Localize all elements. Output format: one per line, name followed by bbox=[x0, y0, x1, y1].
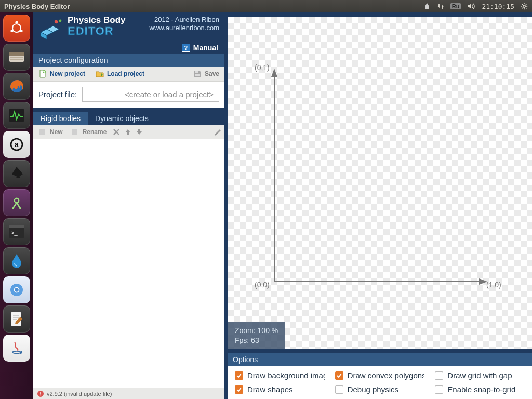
checkbox-icon bbox=[335, 371, 343, 380]
checkbox-icon bbox=[435, 385, 443, 394]
svg-rect-15 bbox=[10, 57, 23, 58]
keyboard-layout-indicator[interactable]: Ru bbox=[450, 3, 461, 9]
rename-icon bbox=[71, 128, 79, 136]
settings-button[interactable] bbox=[213, 127, 222, 137]
svg-rect-14 bbox=[9, 52, 24, 56]
system-tray: Ru 21:10:15 bbox=[423, 3, 528, 10]
opt-draw-shapes[interactable]: Draw shapes bbox=[235, 385, 325, 394]
zoom-readout: Zoom: 100 % bbox=[235, 326, 278, 336]
folder-open-icon bbox=[96, 70, 104, 78]
app-logo-icon bbox=[38, 16, 63, 41]
svg-point-36 bbox=[59, 20, 62, 22]
launcher-java[interactable] bbox=[3, 335, 30, 362]
svg-point-22 bbox=[12, 207, 14, 209]
body-toolbar: New Rename bbox=[33, 125, 224, 139]
credit-line: 2012 - Aurelien Ribon bbox=[150, 16, 219, 24]
delete-button[interactable] bbox=[112, 127, 121, 137]
new-project-button[interactable]: New project bbox=[33, 66, 90, 81]
manual-link[interactable]: ?Manual bbox=[33, 43, 224, 54]
drop-icon[interactable] bbox=[423, 3, 431, 10]
launcher-app-a[interactable]: a bbox=[3, 131, 30, 158]
svg-rect-16 bbox=[10, 59, 23, 60]
launcher-system-monitor[interactable] bbox=[3, 102, 30, 129]
opt-debug[interactable]: Debug physics bbox=[335, 385, 425, 394]
volume-icon[interactable] bbox=[467, 3, 475, 10]
opt-draw-grid[interactable]: Draw grid with gap bbox=[435, 371, 525, 380]
clock[interactable]: 21:10:15 bbox=[482, 3, 514, 10]
svg-rect-41 bbox=[72, 129, 77, 135]
svg-rect-40 bbox=[39, 129, 45, 135]
status-bar: v2.9.2 (invalid update file) bbox=[33, 388, 224, 399]
svg-point-0 bbox=[523, 5, 525, 7]
svg-line-5 bbox=[522, 4, 523, 5]
right-panel: (0,1) (0,0) (1,0) Zoom: 100 % Fps: 63 Op… bbox=[224, 12, 532, 399]
load-project-button[interactable]: Load project bbox=[90, 66, 150, 81]
body-list[interactable] bbox=[33, 139, 224, 388]
tab-rigid-bodies[interactable]: Rigid bodies bbox=[33, 112, 88, 125]
help-icon: ? bbox=[182, 44, 190, 52]
launcher-dash[interactable] bbox=[3, 15, 30, 42]
svg-rect-38 bbox=[195, 71, 198, 73]
axis-label-origin: (0,0) bbox=[255, 281, 270, 289]
new-body-button[interactable]: New bbox=[35, 126, 66, 138]
canvas[interactable]: (0,1) (0,0) (1,0) Zoom: 100 % Fps: 63 bbox=[228, 17, 532, 349]
launcher-terminal[interactable]: >_ bbox=[3, 218, 30, 245]
svg-point-12 bbox=[10, 30, 13, 32]
window-title: Physics Body Editor bbox=[4, 3, 423, 10]
website-link[interactable]: www.aurelienribon.com bbox=[150, 24, 219, 32]
checkbox-icon bbox=[235, 385, 243, 394]
save-button[interactable]: Save bbox=[188, 66, 224, 81]
launcher-android-studio[interactable] bbox=[3, 189, 30, 216]
svg-point-29 bbox=[15, 288, 19, 292]
move-up-button[interactable] bbox=[123, 127, 132, 137]
launcher-water[interactable] bbox=[3, 247, 30, 274]
tab-dynamic-objects[interactable]: Dynamic objects bbox=[88, 112, 156, 125]
launcher-inkscape[interactable] bbox=[3, 160, 30, 187]
launcher-gedit[interactable] bbox=[3, 305, 30, 332]
opt-snap[interactable]: Enable snap-to-grid bbox=[435, 385, 525, 394]
opt-draw-poly[interactable]: Draw convex polygons bbox=[335, 371, 425, 380]
new-file-icon bbox=[38, 70, 47, 78]
svg-text:a: a bbox=[15, 140, 19, 149]
project-section-head: Project configuration bbox=[33, 54, 224, 66]
svg-line-7 bbox=[526, 4, 527, 5]
rename-body-button[interactable]: Rename bbox=[68, 126, 110, 138]
app-subtitle: EDITOR bbox=[68, 24, 126, 38]
svg-line-8 bbox=[522, 8, 523, 9]
svg-text:>_: >_ bbox=[11, 230, 18, 236]
svg-marker-43 bbox=[271, 69, 277, 77]
axis-label-x1: (1,0) bbox=[486, 281, 501, 289]
svg-point-34 bbox=[12, 351, 21, 353]
save-icon bbox=[193, 70, 202, 78]
warning-icon bbox=[37, 391, 44, 397]
launcher-files[interactable] bbox=[3, 44, 30, 71]
left-panel: Physics Body EDITOR 2012 - Aurelien Ribo… bbox=[33, 12, 224, 399]
checkbox-icon bbox=[235, 371, 243, 380]
options-panel: Draw background image Draw convex polygo… bbox=[228, 366, 532, 399]
svg-point-23 bbox=[19, 207, 21, 209]
app-window: Physics Body EDITOR 2012 - Aurelien Ribo… bbox=[33, 12, 532, 399]
body-tabs: Rigid bodies Dynamic objects bbox=[33, 112, 224, 125]
status-text: v2.9.2 (invalid update file) bbox=[47, 391, 112, 397]
svg-point-11 bbox=[20, 30, 22, 32]
new-icon bbox=[38, 128, 47, 136]
app-title: Physics Body bbox=[68, 16, 126, 24]
network-icon[interactable] bbox=[437, 3, 444, 10]
project-file-field[interactable]: <create or load a project> bbox=[82, 87, 219, 102]
checkbox-icon bbox=[335, 385, 343, 394]
app-header: Physics Body EDITOR 2012 - Aurelien Ribo… bbox=[33, 12, 224, 43]
unity-launcher: a >_ bbox=[0, 12, 33, 399]
checkbox-icon bbox=[435, 371, 443, 380]
launcher-chromium[interactable] bbox=[3, 276, 30, 303]
launcher-firefox[interactable] bbox=[3, 73, 30, 100]
svg-line-6 bbox=[526, 8, 527, 9]
svg-point-9 bbox=[12, 24, 21, 32]
svg-rect-39 bbox=[195, 74, 200, 76]
gear-icon[interactable] bbox=[521, 3, 528, 10]
options-head: Options bbox=[228, 353, 532, 366]
opt-draw-bg[interactable]: Draw background image bbox=[235, 371, 325, 380]
move-down-button[interactable] bbox=[135, 127, 144, 137]
fps-readout: Fps: 63 bbox=[235, 336, 278, 346]
svg-rect-25 bbox=[9, 225, 24, 228]
canvas-overlay: Zoom: 100 % Fps: 63 bbox=[228, 322, 285, 349]
